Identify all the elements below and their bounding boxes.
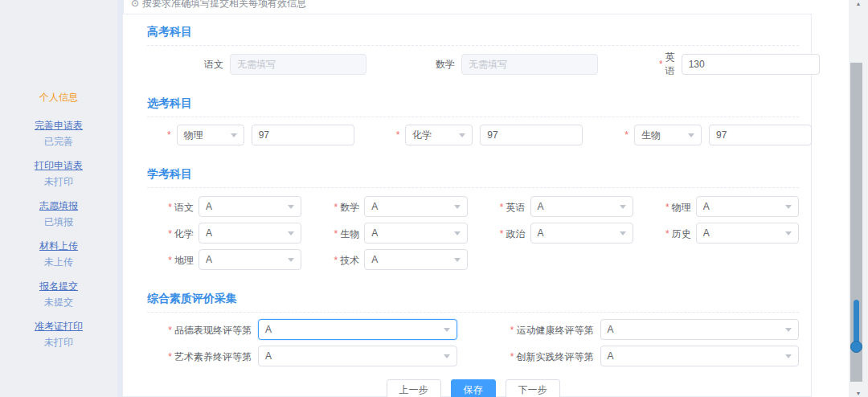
chevron-down-icon [231,133,237,137]
sidebar-item-print-application[interactable]: 打印申请表 [0,159,117,172]
subject1-value: 物理 [184,129,203,142]
sidebar: 个人信息 完善申请表 已完善 打印申请表 未打印 志愿填报 已填报 材料上传 未… [0,0,117,397]
field-label: 英语 [506,202,526,213]
section-divider [147,187,799,188]
xuekao-field-math: *数学 A [313,196,467,217]
save-button[interactable]: 保存 [451,379,496,397]
politics-grade-select[interactable]: A [530,223,633,244]
required-mark: * [510,325,514,336]
chevron-down-icon [785,354,792,358]
subject1-score-input[interactable] [252,125,354,145]
xuekao-field-biology: *生物 A [313,223,467,244]
section-title-zonghe: 综合素质评价采集 [147,292,799,305]
chevron-down-icon [288,258,294,262]
scroll-indicator-handle[interactable] [854,300,859,345]
chevron-down-icon [785,328,792,332]
sidebar-item-admission-ticket-print[interactable]: 准考证打印 [0,320,117,333]
zonghe-field-sports-health: *运动健康终评等第 A [489,319,800,340]
chevron-down-icon [288,231,294,235]
required-mark: * [624,129,628,141]
required-mark: * [500,228,504,239]
sidebar-item-registration-submit[interactable]: 报名提交 [0,280,117,293]
sidebar-group-ticket: 准考证打印 未打印 [0,320,117,349]
prev-step-button[interactable]: 上一步 [387,379,441,397]
status-admission-ticket-print: 未打印 [0,336,117,349]
chevron-down-icon [620,205,626,209]
chevron-down-icon [454,231,461,235]
xuekao-field-geography: *地理 A [147,249,301,270]
scroll-indicator-knob[interactable] [850,341,862,353]
scroll-down-icon[interactable]: ▼ [849,391,868,396]
subject3-value: 生物 [641,129,661,142]
form-card: 高考科目 语文 数学 * 英语 选考科目 * 物理 [122,14,812,397]
footer-actions: 上一步 保存 下一步 [147,379,799,397]
zonghe-field-moral: *品德表现终评等第 A [147,319,457,340]
sidebar-group-application: 完善申请表 已完善 [0,119,117,148]
xuekao-field-chemistry: *化学 A [147,223,301,244]
subject2-score-input[interactable] [480,125,583,145]
chinese-score-input [230,54,366,75]
chemistry-grade-select[interactable]: A [199,223,301,244]
chevron-down-icon [454,205,461,209]
required-mark: * [659,59,663,70]
art-grade-select[interactable]: A [258,346,457,366]
xuankao-row: * 物理 * 化学 * 生物 [147,124,799,146]
moral-grade-select[interactable]: A [258,319,457,340]
math-grade-select[interactable]: A [364,196,467,217]
field-label: 运动健康终评等第 [517,325,594,336]
sidebar-item-material-upload[interactable]: 材料上传 [0,239,117,252]
xuankao-field-3: * 生物 [624,125,812,145]
field-chinese: 语文 [183,54,366,75]
sidebar-item-volunteer-filling[interactable]: 志愿填报 [0,199,117,212]
sidebar-item-personal-info[interactable]: 个人信息 [0,91,117,104]
next-step-button[interactable]: 下一步 [506,379,560,397]
physics-grade-select[interactable]: A [696,196,799,217]
innovation-grade-select[interactable]: A [600,346,800,366]
grade-value: A [206,227,212,239]
notice-text: 按要求准确填写提交相关每项有效信息 [142,0,306,9]
sidebar-item-complete-application[interactable]: 完善申请表 [0,119,117,132]
subject1-select[interactable]: 物理 [177,125,244,145]
chevron-down-icon [288,205,294,209]
chinese-grade-select[interactable]: A [199,196,301,217]
status-print-application: 未打印 [0,175,117,188]
chevron-down-icon [459,133,465,137]
chevron-down-icon [620,231,626,235]
required-mark: * [334,202,338,213]
required-mark: * [396,129,400,141]
required-mark: * [334,255,338,266]
biology-grade-select[interactable]: A [364,223,467,244]
zonghe-field-innovation: *创新实践终评等第 A [489,346,800,366]
field-label: 创新实践终评等第 [517,351,594,362]
chevron-down-icon [785,231,792,235]
subject3-select[interactable]: 生物 [634,125,702,145]
grade-value: A [608,324,614,335]
status-registration-submit: 未提交 [0,296,117,309]
xuekao-field-english: *英语 A [479,196,633,217]
scroll-up-icon[interactable]: ▲ [849,1,868,6]
grade-value: A [371,227,378,239]
required-mark: * [500,202,504,213]
history-grade-select[interactable]: A [696,223,799,244]
section-divider [147,117,799,117]
sports-health-grade-select[interactable]: A [600,319,800,340]
chevron-down-icon [444,328,450,332]
xuekao-field-history: *历史 A [645,223,799,244]
required-mark: * [168,202,172,213]
required-mark: * [510,351,514,362]
subject3-score-input[interactable] [709,125,812,145]
math-score-input [461,54,598,75]
english-score-input[interactable] [682,54,820,75]
grade-value: A [703,201,710,212]
grade-value: A [206,254,212,265]
english-grade-select[interactable]: A [530,196,633,217]
field-label: 生物 [340,228,359,239]
required-mark: * [665,228,669,239]
subject2-select[interactable]: 化学 [405,125,473,145]
xuekao-field-politics: *政治 A [479,223,633,244]
technology-grade-select[interactable]: A [364,249,467,270]
geography-grade-select[interactable]: A [199,249,301,270]
xuekao-field-chinese: *语文 A [147,196,301,217]
page: 个人信息 完善申请表 已完善 打印申请表 未打印 志愿填报 已填报 材料上传 未… [0,0,868,397]
required-mark: * [334,228,338,239]
